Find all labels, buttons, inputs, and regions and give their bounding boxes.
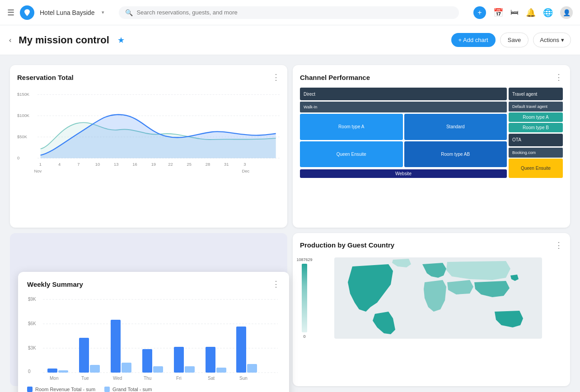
room-ab-block: Room type AB [404, 141, 507, 168]
svg-text:Wed: Wed [113, 376, 122, 381]
map-min-value: 0 [303, 334, 305, 339]
world-map-area: 1087629 0 [293, 254, 570, 344]
weekly-card-title: Weekly Summary [27, 280, 83, 288]
svg-rect-39 [174, 347, 184, 373]
default-travel-sublabel: Default travel agent [509, 102, 563, 112]
weekly-card-header: Weekly Summary ⋮ [18, 272, 289, 293]
globe-icon[interactable]: 🌐 [543, 8, 553, 18]
actions-chevron-icon: ▾ [561, 37, 564, 43]
svg-rect-32 [58, 370, 68, 373]
hamburger-menu-icon[interactable]: ☰ [7, 8, 14, 18]
plus-icon[interactable]: + [473, 6, 486, 19]
search-bar: 🔍 [119, 6, 459, 19]
svg-rect-43 [236, 327, 246, 373]
standard-block: Standard [404, 114, 507, 140]
country-card-menu-icon[interactable]: ⋮ [555, 240, 563, 250]
hotel-logo [20, 5, 34, 20]
svg-rect-31 [47, 369, 57, 373]
weekly-bar-chart: $9K $6K $3K 0 [18, 293, 289, 383]
svg-rect-41 [206, 347, 215, 373]
legend-room-revenue: Room Revenue Total - sum [27, 387, 95, 392]
svg-text:$100K: $100K [17, 113, 30, 118]
svg-text:0: 0 [17, 156, 19, 160]
reservation-card-menu-icon[interactable]: ⋮ [272, 72, 280, 82]
bed-icon[interactable]: 🛏 [510, 8, 519, 17]
svg-rect-34 [90, 365, 100, 373]
direct-label: Direct [300, 88, 507, 100]
travel-agent-label: Travel agent [509, 88, 563, 100]
svg-text:$6K: $6K [28, 321, 36, 326]
queen-ensuite-ota-block: Queen Ensuite [509, 159, 563, 178]
legend-room-dot [27, 387, 33, 392]
queen-ensuite-block: Queen Ensuite [300, 141, 403, 168]
svg-text:$50K: $50K [17, 135, 28, 139]
star-icon[interactable]: ★ [117, 35, 125, 45]
svg-text:$3K: $3K [28, 345, 36, 350]
ota-label: OTA [509, 134, 563, 146]
top-navigation: ☰ Hotel Luna Bayside ▾ 🔍 + 📅 🛏 🔔 🌐 👤 [0, 0, 580, 25]
svg-text:$9K: $9K [28, 297, 36, 302]
svg-text:16: 16 [132, 162, 137, 167]
website-block: Website [300, 169, 507, 178]
bell-icon[interactable]: 🔔 [526, 8, 536, 18]
svg-rect-40 [185, 366, 195, 373]
legend-grand-dot [104, 387, 110, 392]
page-header: ‹ My mission control ★ + Add chart Save … [0, 25, 580, 55]
svg-text:Fri: Fri [176, 376, 182, 381]
map-max-value: 1087629 [296, 257, 312, 262]
room-type-a-block: Room type A [300, 114, 403, 140]
svg-text:7: 7 [77, 162, 80, 167]
hotel-name[interactable]: Hotel Luna Bayside [40, 9, 94, 16]
svg-rect-38 [153, 366, 163, 373]
reservation-chart-area: $150K $100K $50K 0 1 [10, 86, 287, 185]
svg-text:22: 22 [168, 162, 173, 167]
svg-text:1: 1 [39, 162, 42, 167]
reservation-card-header: Reservation Total ⋮ [10, 65, 287, 86]
booking-sublabel: Booking.com [509, 148, 563, 158]
svg-text:Sun: Sun [239, 376, 248, 381]
actions-button[interactable]: Actions ▾ [533, 33, 571, 47]
weekly-summary-card: Weekly Summary ⋮ $9K $6K $3K 0 [18, 272, 289, 392]
back-button[interactable]: ‹ [9, 36, 11, 44]
svg-text:13: 13 [114, 162, 118, 167]
header-actions: + Add chart Save Actions ▾ [451, 33, 571, 47]
svg-rect-44 [247, 364, 257, 373]
calendar-icon[interactable]: 📅 [493, 8, 503, 18]
svg-rect-42 [216, 368, 226, 373]
svg-text:Mon: Mon [50, 376, 58, 381]
channel-card-header: Channel Performance ⋮ [293, 65, 570, 86]
add-chart-button[interactable]: + Add chart [451, 33, 496, 47]
user-avatar[interactable]: 👤 [560, 6, 573, 19]
nav-icons-group: + 📅 🛏 🔔 🌐 👤 [473, 6, 573, 19]
weekly-chart-svg: $9K $6K $3K 0 [27, 293, 280, 383]
hotel-dropdown-icon[interactable]: ▾ [102, 9, 104, 15]
svg-rect-37 [142, 349, 152, 373]
svg-text:Dec: Dec [242, 169, 250, 173]
svg-text:28: 28 [206, 162, 210, 167]
production-country-card: Production by Guest Country ⋮ 1087629 0 [293, 233, 570, 387]
walkin-sublabel: Walk-In [300, 102, 507, 112]
svg-rect-36 [122, 363, 131, 373]
svg-text:Nov: Nov [34, 169, 42, 173]
weekly-chart-legend: Room Revenue Total - sum Grand Total - s… [18, 383, 289, 392]
channel-performance-card: Channel Performance ⋮ Direct Walk-In [293, 65, 570, 228]
svg-text:19: 19 [151, 162, 156, 167]
svg-text:3: 3 [243, 162, 246, 167]
svg-text:0: 0 [28, 369, 31, 374]
svg-text:4: 4 [58, 162, 61, 167]
reservation-chart-svg: $150K $100K $50K 0 1 [17, 86, 280, 178]
country-card-header: Production by Guest Country ⋮ [293, 233, 570, 254]
channel-card-menu-icon[interactable]: ⋮ [555, 72, 563, 82]
svg-text:10: 10 [95, 162, 100, 167]
svg-text:Tue: Tue [81, 376, 89, 381]
world-map-svg [313, 257, 563, 339]
reservation-total-card: Reservation Total ⋮ $150K $100K $50K 0 [10, 65, 287, 228]
room-type-a-right-block: Room type A [509, 112, 563, 122]
weekly-card-menu-icon[interactable]: ⋮ [272, 279, 280, 289]
save-button[interactable]: Save [500, 33, 529, 47]
search-icon: 🔍 [125, 9, 133, 16]
svg-text:$150K: $150K [17, 92, 30, 97]
svg-text:Sat: Sat [208, 376, 215, 381]
search-input[interactable] [136, 9, 453, 16]
svg-text:25: 25 [187, 162, 191, 167]
